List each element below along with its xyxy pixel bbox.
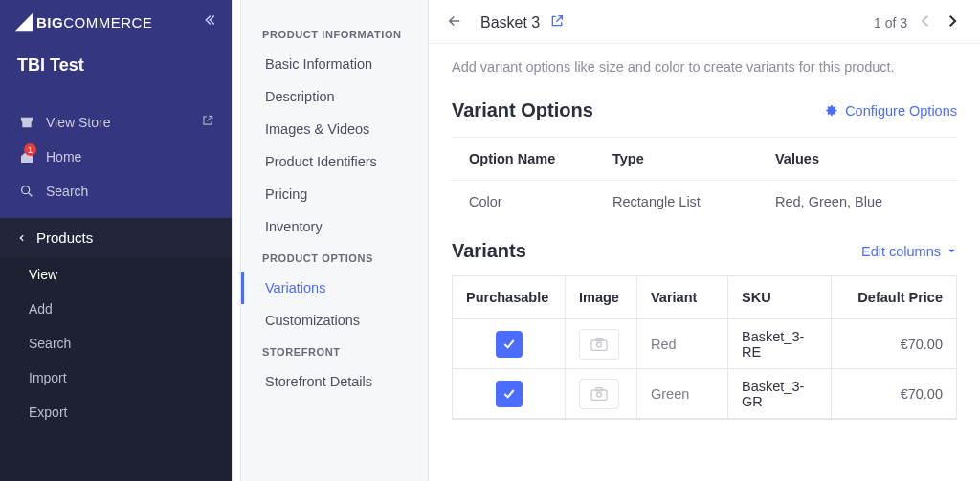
sidenav-item[interactable]: Pricing xyxy=(241,178,428,210)
pager-text: 1 of 3 xyxy=(874,15,907,31)
sidenav-item[interactable]: Images & Videos xyxy=(241,113,428,145)
col-purchasable: Purchasable xyxy=(453,276,566,319)
variants-table: Purchasable Image Variant SKU Default Pr… xyxy=(452,275,957,420)
variant-row[interactable]: GreenBasket_3-GR€70.00 xyxy=(453,369,956,419)
col-option-name: Option Name xyxy=(469,151,612,166)
sidebar-subitem[interactable]: Search xyxy=(0,326,232,361)
sidenav-item[interactable]: Customizations xyxy=(241,304,428,337)
sidebar-subitem[interactable]: View xyxy=(0,257,232,292)
home-badge: 1 xyxy=(24,143,36,156)
variant-sku: Basket_3-GR xyxy=(728,369,832,419)
svg-rect-1 xyxy=(591,340,607,350)
sidenav-item[interactable]: Inventory xyxy=(241,210,428,243)
main-content: Basket 3 1 of 3 Add variant options like… xyxy=(429,0,980,481)
purchasable-checkbox[interactable] xyxy=(496,331,523,358)
caret-down-icon xyxy=(947,246,957,256)
edit-columns-link[interactable]: Edit columns xyxy=(861,244,957,259)
nav-search[interactable]: Search xyxy=(0,174,232,208)
variant-name: Green xyxy=(637,369,728,419)
pager: 1 of 3 xyxy=(874,11,961,33)
chevron-left-icon xyxy=(17,231,27,245)
store-name: TBI Test xyxy=(0,42,232,97)
image-placeholder[interactable] xyxy=(579,379,619,409)
pager-prev[interactable] xyxy=(917,11,934,33)
col-option-type: Type xyxy=(612,151,775,166)
image-placeholder[interactable] xyxy=(579,329,619,360)
nav-home[interactable]: 1 Home xyxy=(0,140,232,174)
secondary-sidebar: PRODUCT INFORMATIONBasic InformationDesc… xyxy=(241,0,429,481)
col-option-values: Values xyxy=(775,151,940,166)
configure-options-link[interactable]: Configure Options xyxy=(825,103,957,119)
sidenav-item[interactable]: Product Identifiers xyxy=(241,145,428,178)
storefront-icon xyxy=(17,115,36,130)
variant-row[interactable]: RedBasket_3-RE€70.00 xyxy=(453,319,956,369)
col-sku: SKU xyxy=(728,276,832,319)
back-button[interactable] xyxy=(446,12,463,33)
col-image: Image xyxy=(566,276,637,319)
purchasable-checkbox[interactable] xyxy=(496,381,523,407)
sidenav-heading: PRODUCT INFORMATION xyxy=(241,19,428,48)
sidenav-item[interactable]: Storefront Details xyxy=(241,365,428,398)
svg-point-5 xyxy=(597,392,602,397)
svg-point-2 xyxy=(597,342,602,347)
sidenav-item[interactable]: Basic Information xyxy=(241,48,428,80)
col-price: Default Price xyxy=(832,276,956,319)
option-row[interactable]: Color Rectangle List Red, Green, Blue xyxy=(452,181,957,223)
sidebar-subitem[interactable]: Export xyxy=(0,395,232,429)
nav-products-sublist: ViewAddSearchImportExport xyxy=(0,257,232,481)
sidenav-heading: STOREFRONT xyxy=(241,337,428,365)
variant-price: €70.00 xyxy=(832,369,956,419)
search-icon xyxy=(17,184,36,199)
primary-sidebar: BIGCOMMERCE TBI Test View Store xyxy=(0,0,232,481)
svg-rect-4 xyxy=(591,390,607,400)
scrollbar-track[interactable] xyxy=(232,0,241,481)
options-table-header: Option Name Type Values xyxy=(452,137,957,181)
nav-section-products[interactable]: Products xyxy=(0,218,232,257)
gear-icon xyxy=(825,103,839,118)
pager-next[interactable] xyxy=(944,11,961,33)
bc-logo-icon xyxy=(13,11,34,33)
sidebar-subitem[interactable]: Import xyxy=(0,361,232,395)
variant-options-title: Variant Options xyxy=(452,99,593,121)
sidenav-item[interactable]: Variations xyxy=(241,272,428,304)
sidebar-subitem[interactable]: Add xyxy=(0,292,232,326)
brand-logo: BIGCOMMERCE xyxy=(13,11,152,33)
sidenav-heading: PRODUCT OPTIONS xyxy=(241,243,428,272)
col-variant: Variant xyxy=(637,276,728,319)
page-title: Basket 3 xyxy=(480,14,540,32)
variants-table-header: Purchasable Image Variant SKU Default Pr… xyxy=(453,276,956,319)
variant-sku: Basket_3-RE xyxy=(728,319,832,369)
open-external-icon[interactable] xyxy=(549,13,565,33)
variants-title: Variants xyxy=(452,240,526,262)
collapse-sidebar-icon[interactable] xyxy=(201,12,216,32)
svg-rect-3 xyxy=(596,338,602,340)
nav-view-store[interactable]: View Store xyxy=(0,104,232,140)
section-hint: Add variant options like size and color … xyxy=(452,59,957,75)
external-link-icon xyxy=(201,114,214,130)
variant-name: Red xyxy=(637,319,728,369)
topbar: Basket 3 1 of 3 xyxy=(429,0,980,44)
variant-price: €70.00 xyxy=(832,319,956,369)
svg-point-0 xyxy=(22,186,30,194)
sidenav-item[interactable]: Description xyxy=(241,80,428,113)
svg-rect-6 xyxy=(596,387,602,390)
